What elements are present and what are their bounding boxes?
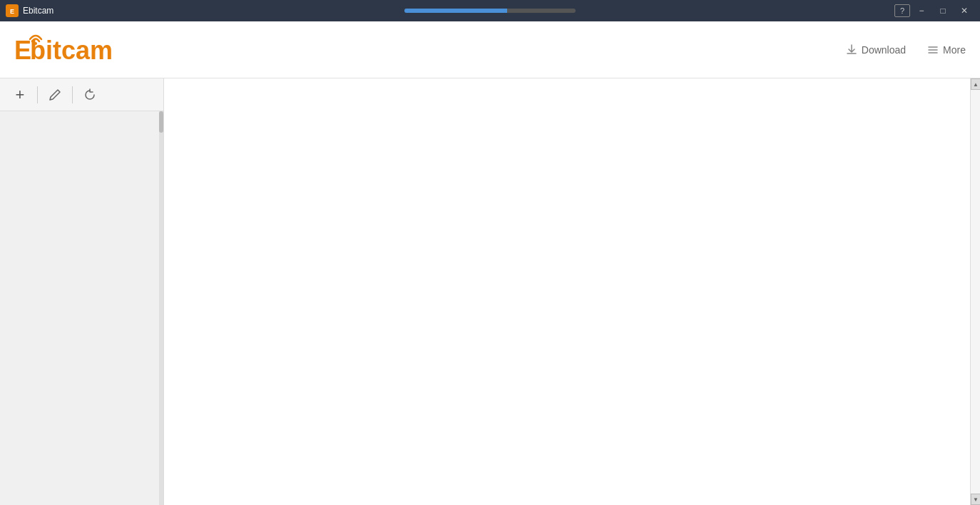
title-bar-title: Ebitcam [23,6,53,16]
sidebar-scroll-thumb[interactable] [159,111,163,133]
content-area [164,78,970,505]
scroll-down-button[interactable]: ▼ [971,494,980,505]
edit-icon [49,88,61,101]
sidebar-scrollbar[interactable] [159,111,163,505]
app-header: E bitcam Download More [0,21,980,78]
download-button[interactable]: Download [846,44,906,56]
minimize-button[interactable]: − [912,3,931,19]
close-button[interactable]: ✕ [954,3,974,19]
sidebar[interactable] [0,111,164,505]
scroll-up-button[interactable]: ▲ [971,78,980,90]
title-bar: E Ebitcam ? − □ ✕ [0,0,980,21]
more-button[interactable]: More [927,44,966,56]
right-scrollbar[interactable]: ▲ ▼ [970,78,980,505]
progress-bar [404,9,576,13]
svg-text:E: E [14,36,31,65]
svg-text:E: E [10,8,14,15]
app-icon: E [6,4,19,17]
toolbar-divider-2 [72,86,73,103]
refresh-button[interactable] [77,82,103,108]
toolbar: + [0,78,164,111]
title-bar-left: E Ebitcam [6,4,53,17]
download-icon [846,44,857,56]
toolbar-divider-1 [37,86,38,103]
sidebar-panel: + [0,78,164,505]
scrollbar-track[interactable] [971,90,980,494]
refresh-icon [83,88,96,101]
edit-button[interactable] [42,82,68,108]
title-bar-controls: ? − □ ✕ [894,3,974,19]
more-label: More [943,44,966,56]
title-bar-progress [404,9,576,13]
progress-bar-fill [404,9,507,13]
logo-svg: E bitcam [14,32,143,68]
more-icon [927,44,939,56]
svg-point-4 [34,42,37,45]
main-layout: + ▲ ▼ [0,78,980,505]
svg-text:bitcam: bitcam [30,36,113,65]
maximize-button[interactable]: □ [933,3,953,19]
logo-container: E bitcam [14,32,143,68]
download-label: Download [862,44,906,56]
add-button[interactable]: + [7,82,33,108]
header-actions: Download More [846,44,966,56]
help-button[interactable]: ? [894,4,910,17]
